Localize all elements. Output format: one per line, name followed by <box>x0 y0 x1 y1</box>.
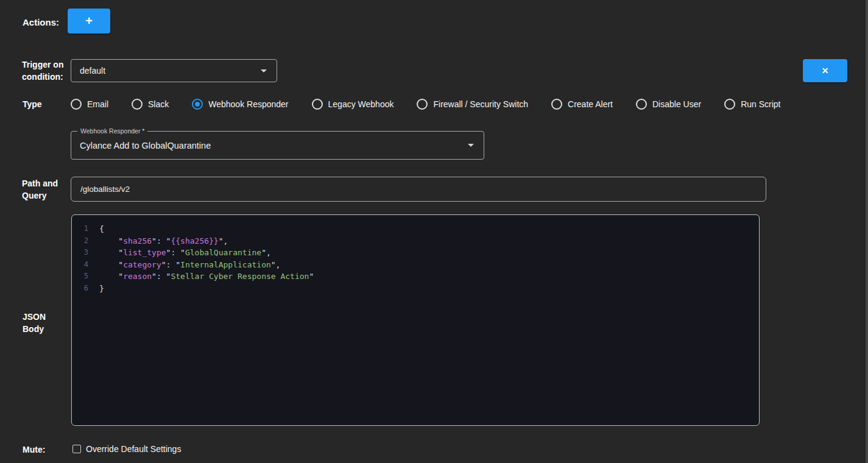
trigger-label-line2: condition: <box>22 71 63 83</box>
radio-option-run-script[interactable]: Run Script <box>724 99 780 110</box>
radio-option-create-alert[interactable]: Create Alert <box>551 99 613 110</box>
type-radio-group: EmailSlackWebhook ResponderLegacy Webhoo… <box>71 97 781 111</box>
radio-label: Disable User <box>652 99 701 109</box>
close-icon: ✕ <box>822 66 829 76</box>
line-number: 6 <box>72 283 88 295</box>
radio-option-disable-user[interactable]: Disable User <box>636 99 701 110</box>
radio-icon[interactable] <box>551 99 562 110</box>
radio-selected-icon[interactable] <box>192 99 203 110</box>
code-line: "reason": "Stellar Cyber Response Action… <box>99 270 759 283</box>
json-body-editor[interactable]: 123456 { "sha256": "{{sha256}}", "list_t… <box>71 214 760 426</box>
radio-label: Webhook Responder <box>208 99 288 109</box>
path-query-input[interactable] <box>71 177 766 202</box>
line-number: 5 <box>72 270 88 283</box>
webhook-responder-select[interactable]: Webhook Responder * Cylance Add to Globa… <box>71 131 484 160</box>
editor-gutter: 123456 <box>72 223 94 425</box>
code-line: "sha256": "{{sha256}}", <box>99 235 759 247</box>
radio-icon[interactable] <box>724 99 735 110</box>
override-default-settings-checkbox[interactable] <box>72 445 81 453</box>
radio-option-slack[interactable]: Slack <box>132 99 169 110</box>
path-label-line1: Path and <box>22 177 58 189</box>
radio-option-legacy-webhook[interactable]: Legacy Webhook <box>312 99 394 110</box>
radio-icon[interactable] <box>636 99 647 110</box>
radio-label: Slack <box>148 99 169 109</box>
radio-label: Legacy Webhook <box>328 99 394 109</box>
chevron-down-icon <box>261 69 267 72</box>
plus-icon: + <box>85 14 93 28</box>
type-label: Type <box>23 98 42 110</box>
action-config-panel: Actions: + Trigger on condition: default… <box>0 0 868 463</box>
code-line: } <box>99 283 759 295</box>
radio-option-webhook-responder[interactable]: Webhook Responder <box>192 99 288 110</box>
radio-label: Run Script <box>741 99 780 109</box>
trigger-condition-select[interactable]: default <box>71 59 277 82</box>
radio-option-firewall-security-switch[interactable]: Firewall / Security Switch <box>417 99 528 110</box>
override-default-settings-option[interactable]: Override Default Settings <box>72 444 181 454</box>
override-default-settings-label: Override Default Settings <box>86 444 181 454</box>
editor-code[interactable]: { "sha256": "{{sha256}}", "list_type": "… <box>94 223 759 425</box>
json-body-label-line2: Body <box>23 323 46 335</box>
webhook-responder-value: Cylance Add to GlobalQuarantine <box>71 141 468 150</box>
webhook-responder-label: Webhook Responder * <box>77 127 147 135</box>
radio-label: Firewall / Security Switch <box>433 99 528 109</box>
radio-icon[interactable] <box>132 99 143 110</box>
radio-label: Create Alert <box>568 99 613 109</box>
code-line: "category": "InternalApplication", <box>99 259 759 271</box>
remove-action-button[interactable]: ✕ <box>803 59 847 82</box>
path-label-line2: Query <box>22 189 58 202</box>
line-number: 3 <box>72 247 88 259</box>
trigger-label-line1: Trigger on <box>22 58 63 71</box>
radio-label: Email <box>87 99 108 109</box>
mute-label: Mute: <box>23 444 45 456</box>
radio-icon[interactable] <box>71 99 82 110</box>
json-body-label-line1: JSON <box>23 311 46 323</box>
trigger-condition-value: default <box>71 66 261 76</box>
chevron-down-icon <box>468 144 474 147</box>
line-number: 2 <box>72 235 88 247</box>
scrollbar[interactable] <box>866 0 868 463</box>
line-number: 1 <box>72 223 88 235</box>
radio-icon[interactable] <box>417 99 428 110</box>
radio-option-email[interactable]: Email <box>71 99 108 110</box>
line-number: 4 <box>72 259 88 271</box>
actions-label: Actions: <box>23 16 59 29</box>
code-line: { <box>99 223 759 235</box>
radio-icon[interactable] <box>312 99 323 110</box>
add-action-button[interactable]: + <box>68 9 110 34</box>
code-line: "list_type": "GlobalQuarantine", <box>99 247 759 259</box>
